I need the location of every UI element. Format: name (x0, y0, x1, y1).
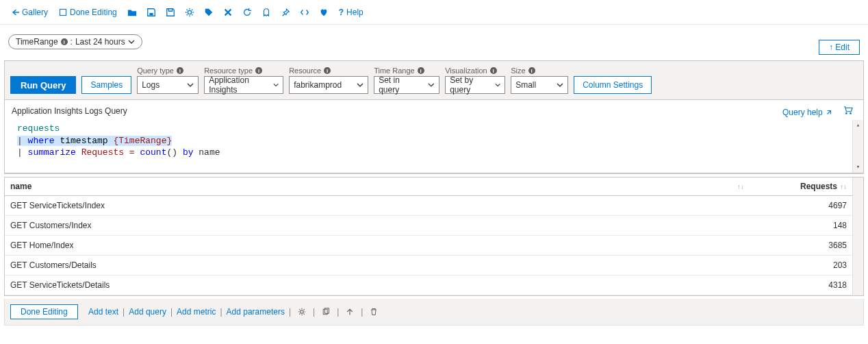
info-icon: i (324, 67, 331, 74)
cell-requests: 4697 (770, 195, 852, 215)
external-link-icon (826, 109, 832, 116)
timerange-pill[interactable]: TimeRange i : Last 24 hours (8, 34, 142, 49)
footer-gear-icon[interactable] (295, 306, 309, 317)
time-range-dropdown[interactable]: Set in query (374, 76, 439, 94)
col-name-header[interactable]: name (5, 177, 729, 196)
open-icon[interactable] (125, 6, 139, 19)
table-row[interactable]: GET ServiceTickets/Details4318 (5, 275, 852, 295)
help-icon: ? (339, 8, 344, 17)
cell-requests: 4318 (770, 275, 852, 295)
info-icon: i (61, 38, 68, 45)
heart-icon[interactable] (317, 6, 331, 19)
chevron-down-icon (557, 82, 563, 88)
add-query-link[interactable]: Add query (129, 307, 166, 317)
cell-requests: 3685 (770, 235, 852, 255)
sort-icon[interactable]: ↑↓ (840, 183, 847, 191)
col-requests-header[interactable]: Requests↑↓ (770, 177, 852, 196)
svg-point-3 (845, 112, 847, 114)
cell-name: GET ServiceTickets/Details (5, 275, 729, 295)
samples-button[interactable]: Samples (81, 76, 131, 94)
footer-up-icon[interactable] (343, 306, 357, 317)
done-editing-icon (59, 8, 67, 16)
chevron-down-icon (357, 82, 363, 88)
resource-dropdown[interactable]: fabrikamprod (289, 76, 368, 94)
cell-requests: 203 (770, 255, 852, 275)
timerange-value: Last 24 hours (75, 37, 125, 47)
size-dropdown[interactable]: Small (511, 76, 568, 94)
size-label: Sizei (511, 66, 568, 75)
done-editing-top-button[interactable]: Done Editing (56, 6, 120, 19)
resource-type-label: Resource typei (204, 66, 283, 75)
footer-delete-icon[interactable] (367, 306, 381, 317)
svg-rect-1 (149, 12, 153, 15)
query-panel: Run Query Samples Query typei Logs Resou… (4, 60, 864, 174)
save-as-icon[interactable] (164, 6, 177, 19)
chevron-down-icon (428, 82, 435, 88)
footer-copy-icon[interactable] (319, 306, 333, 317)
ghost-icon[interactable] (259, 6, 273, 19)
add-parameters-link[interactable]: Add parameters (227, 307, 285, 317)
cart-icon[interactable] (841, 104, 855, 116)
query-controls: Run Query Samples Query typei Logs Resou… (5, 61, 863, 99)
edit-button[interactable]: ↑ Edit (819, 40, 860, 55)
svg-point-5 (301, 310, 304, 313)
run-query-button[interactable]: Run Query (10, 76, 76, 94)
results-table: name ↑↓ Requests↑↓ GET ServiceTickets/In… (5, 177, 852, 295)
chevron-down-icon (273, 82, 279, 88)
done-editing-footer-button[interactable]: Done Editing (10, 304, 78, 319)
cell-requests: 148 (770, 215, 852, 235)
top-toolbar: Gallery Done Editing ? Help (0, 0, 868, 25)
add-text-link[interactable]: Add text (88, 307, 118, 317)
svg-point-4 (850, 112, 852, 114)
table-row[interactable]: GET Customers/Index148 (5, 215, 852, 235)
refresh-icon[interactable] (240, 6, 254, 19)
timerange-label: TimeRange (16, 37, 58, 47)
info-icon: i (418, 67, 424, 74)
help-button[interactable]: ? Help (336, 6, 366, 19)
chevron-down-icon (495, 82, 500, 88)
visualization-label: Visualizationi (445, 66, 505, 75)
query-title-row: Application Insights Logs Query Query he… (5, 99, 863, 120)
table-row[interactable]: GET Customers/Details203 (5, 255, 852, 275)
save-icon[interactable] (144, 6, 158, 19)
query-help-link[interactable]: Query help (782, 108, 832, 117)
cell-name: GET Home/Index (5, 235, 729, 255)
visualization-dropdown[interactable]: Set by query (445, 76, 505, 94)
gallery-label: Gallery (22, 8, 48, 17)
info-icon: i (255, 67, 262, 74)
time-range-label: Time Rangei (374, 66, 439, 75)
cell-name: GET ServiceTickets/Index (5, 195, 729, 215)
pin-icon[interactable] (279, 6, 292, 19)
editor-scrollbar[interactable]: ▴▾ (852, 120, 863, 173)
help-label: Help (346, 8, 363, 17)
query-editor[interactable]: requests | where timestamp {TimeRange} |… (5, 120, 863, 173)
sort-icon[interactable]: ↑↓ (737, 183, 744, 191)
info-icon: i (490, 67, 497, 74)
info-icon: i (177, 67, 183, 74)
chevron-down-icon (128, 38, 135, 45)
query-type-dropdown[interactable]: Logs (137, 76, 199, 94)
add-metric-link[interactable]: Add metric (177, 307, 216, 317)
done-editing-top-label: Done Editing (70, 8, 117, 17)
gallery-button[interactable]: Gallery (8, 6, 51, 19)
table-scrollbar[interactable] (852, 177, 863, 295)
query-title: Application Insights Logs Query (12, 106, 127, 116)
cell-name: GET Customers/Details (5, 255, 729, 275)
svg-rect-0 (60, 9, 66, 15)
query-type-label: Query typei (137, 66, 199, 75)
cell-name: GET Customers/Index (5, 215, 729, 235)
code-icon[interactable] (298, 6, 311, 19)
settings-gear-icon[interactable] (183, 6, 196, 19)
svg-point-2 (188, 10, 191, 14)
table-row[interactable]: GET ServiceTickets/Index4697 (5, 195, 852, 215)
resource-type-dropdown[interactable]: Application Insights (204, 76, 283, 94)
chevron-down-icon (187, 82, 194, 88)
results-table-wrap: name ↑↓ Requests↑↓ GET ServiceTickets/In… (4, 177, 864, 296)
back-arrow-icon (11, 8, 19, 16)
info-icon: i (528, 67, 535, 74)
footer-bar: Done Editing Add text | Add query | Add … (4, 299, 864, 325)
close-x-icon[interactable] (221, 6, 235, 19)
column-settings-button[interactable]: Column Settings (574, 76, 652, 94)
tag-icon[interactable] (202, 6, 216, 19)
table-row[interactable]: GET Home/Index3685 (5, 235, 852, 255)
